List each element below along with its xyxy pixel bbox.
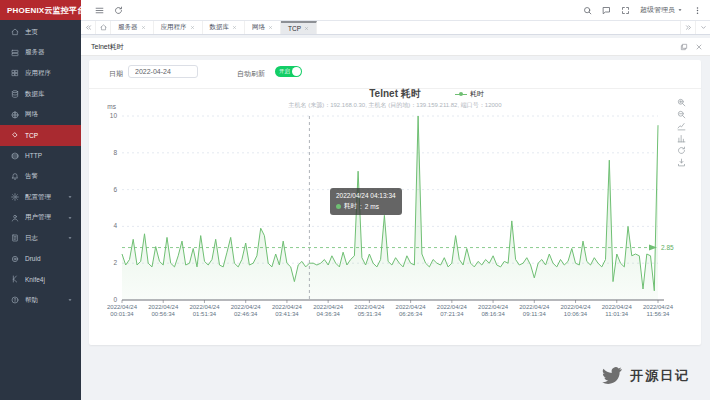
sidebar-item-label: 用户管理 [25,213,51,222]
sidebar-item-label: 配置管理 [25,193,51,202]
x-tick-label: 2022/04/2400:01:34 [101,304,143,318]
zoom-select-icon[interactable] [677,98,686,107]
x-tick-label: 2022/04/2411:56:34 [637,304,679,318]
tab-网络[interactable]: 网络 [245,21,281,34]
sidebar-item-TCP[interactable]: TCP [0,125,81,146]
close-tab-icon[interactable] [141,25,146,30]
tab-应用程序[interactable]: 应用程序 [154,21,203,34]
tab-label: TCP [288,25,301,32]
sidebar-item-Knife4j[interactable]: Knife4j [0,269,81,290]
chart-plot[interactable]: 2.85 [89,60,701,345]
bar-chart-icon[interactable] [677,134,686,143]
sidebar-item-label: 帮助 [25,296,38,305]
tab-TCP[interactable]: TCP [281,21,317,34]
sidebar-item-label: 告警 [25,172,38,181]
user-menu[interactable]: 超级管理员 [640,5,683,15]
home-icon [11,28,19,36]
chart-card: 日期 自动刷新 开启 Telnet 耗时 耗时 主机名 (来源)：192.168… [89,60,701,345]
tab-label: 数据库 [210,23,230,32]
tcp-icon [11,131,19,139]
sidebar-item-帮助[interactable]: 帮助 [0,290,81,311]
network-icon [11,111,19,119]
x-tick-label: 2022/04/2411:01:34 [596,304,638,318]
close-tab-icon[interactable] [304,26,309,31]
watermark: 开源日记 [599,365,690,386]
watermark-text: 开源日记 [630,367,690,385]
sidebar-item-label: 网络 [25,110,38,119]
database-icon [11,90,19,98]
sidebar-item-网络[interactable]: 网络 [0,104,81,125]
tab-label: 服务器 [118,23,138,32]
y-tick-label: 8 [89,149,117,156]
sidebar-item-label: 主页 [25,28,38,37]
sidebar-item-数据库[interactable]: 数据库 [0,84,81,105]
help-icon [11,296,19,304]
y-tick-label: 2 [89,259,117,266]
kebab-menu-icon[interactable] [693,6,702,15]
sidebar-item-告警[interactable]: 告警 [0,166,81,187]
tab-label: 应用程序 [161,23,187,32]
sidebar-item-label: 服务器 [25,48,45,57]
x-tick-label: 2022/04/2408:16:34 [472,304,514,318]
save-image-icon[interactable] [677,158,686,167]
hamburger-icon[interactable] [95,6,104,15]
x-tick-label: 2022/04/2407:21:34 [431,304,473,318]
sidebar-item-HTTP[interactable]: HTTP [0,146,81,167]
page-title: Telnet耗时 [81,42,124,52]
refresh-icon[interactable] [114,6,123,15]
sidebar-item-服务器[interactable]: 服务器 [0,43,81,64]
x-tick-label: 2022/04/2406:26:34 [390,304,432,318]
line-chart-icon[interactable] [677,122,686,131]
x-tick-label: 2022/04/2402:46:34 [225,304,267,318]
phoenix-monitoring-app: PHOENIX云监控平台 主页服务器应用程序数据库网络TCPHTTP告警配置管理… [0,0,710,400]
tab-label: 网络 [252,23,265,32]
x-tick-label: 2022/04/2409:11:34 [513,304,555,318]
y-tick-label: 4 [89,222,117,229]
sidebar-item-Druid[interactable]: Druid [0,249,81,270]
top-navbar: 超级管理员 [81,0,710,21]
x-tick-label: 2022/04/2401:51:34 [183,304,225,318]
sidebar-item-日志[interactable]: 日志 [0,228,81,249]
x-tick-label: 2022/04/2404:36:34 [307,304,349,318]
sidebar-item-label: 应用程序 [25,69,51,78]
caret-down-icon [677,7,683,13]
restore-icon[interactable] [677,146,686,155]
user-icon [11,214,19,222]
zoom-reset-icon[interactable] [677,110,686,119]
tabs-menu-icon[interactable] [695,21,710,34]
http-icon [11,152,19,160]
sidebar: PHOENIX云监控平台 主页服务器应用程序数据库网络TCPHTTP告警配置管理… [0,0,81,400]
sidebar-item-用户管理[interactable]: 用户管理 [0,207,81,228]
chart-toolbox [677,98,686,167]
open-in-window-icon[interactable] [680,43,688,51]
close-tab-icon[interactable] [232,25,237,30]
panel-header: Telnet耗时 [81,38,710,56]
search-icon[interactable] [583,6,592,15]
main-area: 超级管理员 服务器应用程序数据库网络TCP Telnet耗时 [81,0,710,400]
sidebar-item-主页[interactable]: 主页 [0,22,81,43]
close-tab-icon[interactable] [268,25,273,30]
tabs-scroll-left-icon[interactable] [81,21,96,34]
sidebar-item-应用程序[interactable]: 应用程序 [0,63,81,84]
close-panel-icon[interactable] [695,43,703,51]
bird-logo-icon [599,365,624,386]
tab-服务器[interactable]: 服务器 [111,21,154,34]
log-icon [11,234,19,242]
x-tick-label: 2022/04/2400:56:34 [142,304,184,318]
fullscreen-icon[interactable] [621,6,630,15]
tabs-scroll-right-icon[interactable] [680,21,695,34]
sidebar-item-label: Knife4j [25,276,45,283]
config-icon [11,193,19,201]
x-tick-label: 2022/04/2405:31:34 [348,304,390,318]
tab-home-icon[interactable] [96,21,111,34]
message-icon[interactable] [602,6,611,15]
chevron-down-icon [67,215,73,221]
y-tick-label: 10 [89,112,117,119]
chevron-down-icon [67,297,73,303]
tab-数据库[interactable]: 数据库 [203,21,246,34]
sidebar-menu: 主页服务器应用程序数据库网络TCPHTTP告警配置管理用户管理日志DruidKn… [0,20,81,400]
chevron-down-icon [67,235,73,241]
sidebar-item-label: 日志 [25,234,38,243]
sidebar-item-配置管理[interactable]: 配置管理 [0,187,81,208]
close-tab-icon[interactable] [190,25,195,30]
